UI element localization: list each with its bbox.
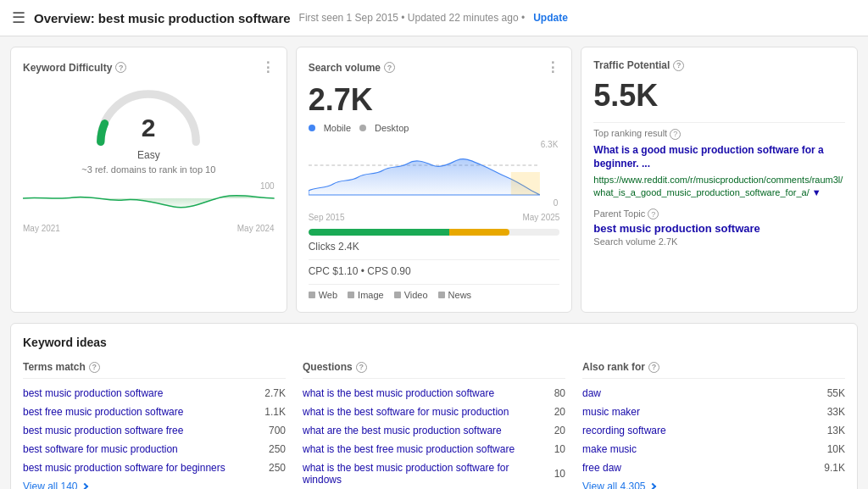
ki-terms-match-title: Terms match ? [23, 361, 286, 379]
desktop-legend-dot [359, 125, 366, 131]
ki-terms-item-1: best free music production software 1.1K [23, 406, 286, 418]
kd-gauge: 2 [89, 82, 208, 146]
sv-news-item: News [438, 290, 472, 300]
search-volume-card: Search volume ? ⋮ 2.7K Mobile Desktop 6.… [296, 47, 573, 313]
sv-image-item: Image [348, 290, 384, 300]
ki-questions-info-icon[interactable]: ? [356, 362, 367, 373]
sv-clicks-bar-fill [309, 229, 509, 236]
sv-icons-row: Web Image Video News [309, 290, 560, 300]
ki-questions-val-3: 10 [536, 443, 565, 455]
kd-more-icon[interactable]: ⋮ [261, 59, 275, 75]
ki-questions-link-1[interactable]: what is the best software for music prod… [303, 406, 529, 418]
ki-title: Keyword ideas [23, 336, 845, 349]
video-icon [394, 292, 401, 298]
gauge-svg: 2 [89, 82, 208, 146]
sv-card-title: Search volume ? ⋮ [309, 59, 560, 75]
tp-parent-info-icon[interactable]: ? [648, 208, 659, 219]
ki-terms-val-1: 1.1K [256, 406, 286, 418]
ki-terms-chevron [81, 483, 87, 489]
tp-parent-label: Parent Topic ? [593, 208, 845, 220]
tp-result-title[interactable]: What is a good music production software… [593, 143, 845, 172]
sv-web-item: Web [309, 290, 337, 300]
ki-questions-col: Questions ? what is the best music produ… [303, 361, 565, 489]
tp-card-title: Traffic Potential ? [593, 59, 845, 71]
ki-also-chevron [648, 483, 655, 489]
menu-icon[interactable]: ☰ [12, 8, 25, 27]
ki-also-item-1: music maker 33K [582, 406, 845, 418]
ki-also-view-all[interactable]: View all 4,305 [582, 481, 845, 489]
ki-terms-view-all[interactable]: View all 140 [23, 481, 286, 489]
sv-clicks-label: Clicks 2.4K [309, 241, 560, 253]
tp-top-ranking-label: Top ranking result ? [593, 128, 845, 140]
ki-terms-link-3[interactable]: best software for music production [23, 443, 249, 455]
sv-chart-svg [309, 140, 540, 206]
ki-also-item-4: free daw 9.1K [582, 462, 845, 474]
main-content: Keyword Difficulty ? ⋮ 2 Easy ~3 ref. do… [0, 36, 868, 489]
sv-chart-bottom-label: 0 [554, 198, 559, 208]
ki-also-item-2: recording software 13K [582, 425, 845, 436]
ki-terms-val-0: 2.7K [256, 387, 286, 399]
ki-also-link-4[interactable]: free daw [582, 462, 809, 474]
tp-info-icon[interactable]: ? [673, 60, 684, 71]
sv-clicks-bar [309, 229, 560, 236]
ki-questions-val-4: 10 [536, 468, 565, 480]
tp-parent-link[interactable]: best music production software [593, 222, 845, 235]
cards-row: Keyword Difficulty ? ⋮ 2 Easy ~3 ref. do… [10, 47, 858, 313]
tp-url-expand-icon[interactable]: ▼ [812, 187, 821, 197]
ki-also-val-4: 9.1K [815, 462, 845, 474]
kd-trend-chart: 100 May 2021 May 2024 [23, 181, 275, 224]
svg-text:2: 2 [142, 114, 156, 142]
ki-terms-val-4: 250 [256, 462, 286, 474]
ki-terms-item-3: best software for music production 250 [23, 443, 286, 455]
kd-info-icon[interactable]: ? [115, 62, 126, 73]
update-link[interactable]: Update [533, 12, 568, 24]
ki-also-val-2: 13K [815, 425, 845, 436]
ki-also-link-1[interactable]: music maker [582, 406, 809, 418]
ki-terms-link-4[interactable]: best music production software for begin… [23, 462, 249, 474]
ki-also-info-icon[interactable]: ? [648, 362, 659, 373]
tp-result-url: https://www.reddit.com/r/musicproduction… [593, 174, 845, 200]
sv-chart-top-label: 6.3K [541, 140, 559, 149]
ki-also-rank-col: Also rank for ? daw 55K music maker 33K … [582, 361, 845, 489]
sv-legend: Mobile Desktop [309, 123, 560, 133]
ki-questions-link-2[interactable]: what are the best music production softw… [303, 425, 529, 436]
ki-terms-info-icon[interactable]: ? [89, 362, 100, 373]
ki-questions-item-4: what is the best music production softwa… [303, 462, 565, 486]
sv-number: 2.7K [309, 82, 560, 118]
page-title: Overview: best music production software [34, 11, 291, 25]
ki-also-link-0[interactable]: daw [582, 387, 809, 399]
news-icon [438, 292, 445, 298]
mobile-legend-dot [309, 125, 315, 131]
ki-terms-link-0[interactable]: best music production software [23, 387, 249, 399]
ki-questions-val-0: 80 [536, 387, 565, 399]
web-icon [309, 292, 315, 298]
keyword-difficulty-card: Keyword Difficulty ? ⋮ 2 Easy ~3 ref. do… [10, 47, 287, 313]
sv-more-icon[interactable]: ⋮ [546, 59, 559, 75]
ki-also-link-2[interactable]: recording software [582, 425, 809, 436]
ki-terms-val-2: 700 [256, 425, 286, 436]
ki-also-link-3[interactable]: make music [582, 443, 809, 455]
image-icon [348, 292, 354, 298]
ki-terms-match-col: Terms match ? best music production soft… [23, 361, 286, 489]
tp-number: 5.5K [593, 78, 845, 114]
sv-clicks-bar-track [309, 229, 560, 236]
page-meta: First seen 1 Sep 2015 • Updated 22 minut… [299, 12, 526, 24]
ki-also-rank-title: Also rank for ? [582, 361, 845, 379]
ki-terms-items: best music production software 2.7K best… [23, 387, 286, 474]
ki-terms-link-2[interactable]: best music production software free [23, 425, 249, 436]
ki-terms-link-1[interactable]: best free music production software [23, 406, 249, 418]
ki-questions-link-4[interactable]: what is the best music production softwa… [303, 462, 529, 486]
ki-also-val-1: 33K [815, 406, 845, 418]
ki-questions-link-3[interactable]: what is the best free music production s… [303, 443, 529, 455]
ki-columns: Terms match ? best music production soft… [23, 361, 845, 489]
ki-questions-title: Questions ? [303, 361, 565, 379]
ki-terms-item-0: best music production software 2.7K [23, 387, 286, 399]
ki-terms-item-2: best music production software free 700 [23, 425, 286, 436]
sv-cpc-cps: CPC $1.10 • CPS 0.90 [309, 265, 560, 277]
sv-info-icon[interactable]: ? [384, 62, 395, 73]
ki-terms-item-4: best music production software for begin… [23, 462, 286, 474]
ki-also-item-0: daw 55K [582, 387, 845, 399]
tp-top-info-icon[interactable]: ? [670, 129, 681, 140]
ki-questions-link-0[interactable]: what is the best music production softwa… [303, 387, 529, 399]
kd-trend-right-label: 100 [260, 181, 275, 191]
